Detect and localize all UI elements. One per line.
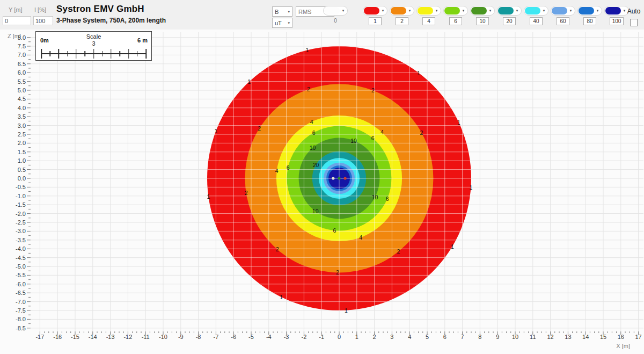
contour-label: 2 <box>397 248 400 255</box>
z-tick-label: 7.5 <box>18 43 26 49</box>
z-tick-label: -5.5 <box>16 272 26 278</box>
z-tick-label: -1.0 <box>16 193 26 199</box>
app-title: Systron EMV GmbH <box>56 4 166 15</box>
auto-label: Auto <box>627 8 641 15</box>
level-color-pill[interactable]: ▾ <box>323 6 348 16</box>
unit-select[interactable]: uT ▾ <box>272 18 292 28</box>
ruler-tick <box>93 49 94 59</box>
level-value-input[interactable] <box>369 17 382 25</box>
level-value-input[interactable] <box>396 17 408 25</box>
z-tick-label: -3.0 <box>16 228 26 234</box>
z-tick-label: 5.0 <box>18 87 26 93</box>
x-tick-label: -2 <box>302 334 307 340</box>
level-value-input[interactable] <box>422 17 435 25</box>
ruler-tick <box>102 51 103 56</box>
x-tick-label: -13 <box>106 334 115 340</box>
z-tick-label: -2.0 <box>16 211 26 217</box>
z-tick-label: -6.5 <box>16 290 26 296</box>
conductor-marker <box>338 177 340 179</box>
z-tick-label: 3.5 <box>18 113 26 120</box>
contour-label: 2 <box>371 87 375 93</box>
x-tick-label: 8 <box>478 334 481 340</box>
contour-label: 2 <box>420 129 423 136</box>
y-position-input[interactable] <box>3 16 31 25</box>
ruler-tick <box>76 49 77 59</box>
z-tick-label: -1.5 <box>16 201 26 208</box>
z-tick-label: 8.0 <box>18 34 26 41</box>
contour-label: 1 <box>247 78 251 85</box>
chevron-down-icon[interactable]: ▾ <box>540 9 547 13</box>
contour-label: 1 <box>451 243 454 250</box>
x-tick-label: -8 <box>196 334 201 340</box>
chevron-down-icon[interactable]: ▾ <box>487 9 494 13</box>
z-tick-label: -2.5 <box>16 219 26 226</box>
level-value-input[interactable] <box>530 17 543 25</box>
z-tick-label: 5.5 <box>18 78 26 85</box>
z-tick-label: -4.5 <box>16 255 26 261</box>
contour-label: 1 <box>214 128 217 134</box>
level-color-pill[interactable]: ▾ <box>497 6 522 16</box>
x-tick-label: 1 <box>355 334 358 340</box>
x-tick-label: -15 <box>71 334 79 340</box>
level-value-input[interactable] <box>503 17 516 25</box>
x-axis-tick-labels: -17-16-15-14-13-12-11-10-9-8-7-6-5-4-3-2… <box>35 334 641 340</box>
level-value-input[interactable] <box>476 17 489 25</box>
level-color-swatch <box>552 7 567 15</box>
level-color-pill[interactable]: ▾ <box>524 6 548 16</box>
chevron-down-icon[interactable]: ▾ <box>406 9 413 13</box>
z-axis-tick-labels: 8.07.57.06.56.05.55.04.54.03.53.02.52.01… <box>16 34 26 331</box>
chevron-down-icon[interactable]: ▾ <box>514 9 521 13</box>
level-color-pill[interactable]: ▾ <box>416 6 441 16</box>
current-percent-input[interactable] <box>33 16 53 25</box>
level-group-2: ▾ <box>390 6 414 25</box>
mode-value: RMS <box>298 9 311 15</box>
level-value-input[interactable] <box>583 17 596 25</box>
level-color-pill[interactable]: ▾ <box>390 6 414 16</box>
chevron-down-icon[interactable]: ▾ <box>379 9 386 13</box>
contour-label: 4 <box>310 119 313 125</box>
x-tick-label: 6 <box>443 334 447 340</box>
level-color-swatch <box>525 7 540 15</box>
level-group-4: ▾ <box>416 6 441 25</box>
field-type-select[interactable]: B ▾ <box>272 6 292 17</box>
chevron-down-icon[interactable]: ▾ <box>340 9 347 13</box>
contour-label: 2 <box>245 190 248 196</box>
level-color-pill[interactable]: ▾ <box>443 6 468 16</box>
chevron-down-icon[interactable]: ▾ <box>433 9 440 13</box>
level-color-swatch <box>391 7 406 15</box>
x-tick-label: -12 <box>123 334 132 340</box>
title-block: Systron EMV GmbH 3-Phase System, 750A, 2… <box>56 4 166 24</box>
level-value-input[interactable] <box>610 17 624 25</box>
ruler-tick <box>49 51 50 56</box>
level-color-pill[interactable]: ▾ <box>577 6 602 16</box>
z-tick-label: -4.0 <box>16 245 26 252</box>
level-group-1: ▾ <box>363 6 387 25</box>
level-value-input[interactable] <box>557 17 569 25</box>
x-tick-label: 17 <box>635 334 641 340</box>
z-tick-label: 6.0 <box>18 69 26 76</box>
auto-checkbox[interactable] <box>630 19 638 26</box>
chevron-down-icon[interactable]: ▾ <box>460 9 467 13</box>
x-tick-label: 10 <box>512 334 518 340</box>
chevron-down-icon[interactable]: ▾ <box>567 9 574 13</box>
z-tick-label: -8.0 <box>16 316 26 322</box>
x-tick-label: 2 <box>373 334 376 340</box>
z-axis-ticks <box>27 38 31 328</box>
z-tick-label: -5.0 <box>16 263 26 270</box>
level-color-swatch <box>324 7 340 15</box>
level-value-input[interactable] <box>449 17 462 25</box>
z-tick-label: -7.5 <box>16 307 26 314</box>
contour-label: 2 <box>336 269 339 276</box>
chevron-down-icon[interactable]: ▾ <box>594 9 601 13</box>
unit-value: uT <box>275 20 282 26</box>
z-tick-label: 2.5 <box>18 131 26 138</box>
contour-label: 1 <box>306 47 309 53</box>
level-color-pill[interactable]: ▾ <box>470 6 495 16</box>
level-color-pill[interactable]: ▾ <box>551 6 575 16</box>
x-tick-label: -17 <box>35 334 44 340</box>
level-color-pill[interactable]: ▾ <box>363 6 387 16</box>
contour-label: 6 <box>371 135 375 141</box>
ruler-tick <box>67 51 68 56</box>
level-palette: ▾0▾▾▾▾▾▾▾▾▾▾ <box>323 6 629 25</box>
x-tick-label: -14 <box>89 334 97 340</box>
